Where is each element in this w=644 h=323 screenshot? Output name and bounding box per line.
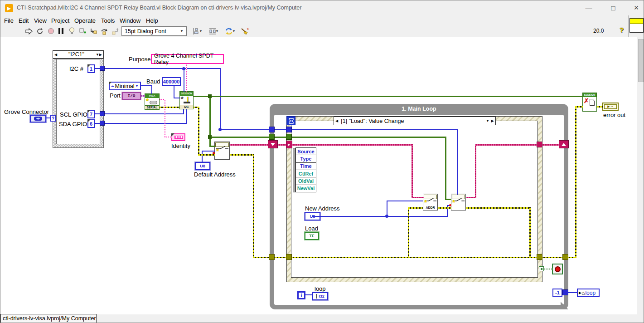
shift-register-right[interactable] [559, 140, 569, 148]
i2c-number-constant[interactable]: 1 [87, 64, 95, 73]
wire-error-up-right[interactable] [575, 106, 576, 258]
relay-open-subvi[interactable]: * [214, 142, 230, 160]
wire-sda[interactable] [95, 123, 187, 124]
wire-new-address[interactable] [312, 216, 448, 217]
identity-indicator[interactable] [171, 133, 185, 141]
menu-item-file[interactable]: File [4, 17, 14, 24]
event-data-node[interactable]: Source Type Time CtlRef OldVal NewVal [295, 148, 316, 192]
minimal-enum-constant[interactable]: ◂▸ Minimal ▼ [109, 82, 141, 90]
default-address-control[interactable]: U8 [195, 162, 210, 170]
event-prev-arrow[interactable]: ◀ [335, 119, 338, 123]
event-field-type[interactable]: Type [295, 155, 316, 162]
align-objects-button[interactable]: ▼ [191, 26, 204, 36]
baud-constant[interactable]: 400000 [162, 77, 181, 86]
enum-dropdown-icon[interactable]: ▼ [135, 84, 139, 88]
window-titlebar[interactable]: ▶ CTI-Scratchpad.lvlib:I2C 4 Channel SPD… [0, 0, 644, 15]
tunnel-event-left-class[interactable]: ▶ [286, 141, 292, 148]
wire-error-subvi[interactable] [438, 207, 451, 209]
purpose-string-constant[interactable]: Grove 4 Channel SPDT Relay [151, 54, 224, 64]
negative-one-constant[interactable]: -1 [552, 289, 562, 297]
wire-session-in-event[interactable] [445, 199, 451, 200]
tunnel-i2c-case[interactable] [100, 66, 105, 71]
relay-write-subvi[interactable]: * [451, 194, 466, 210]
menu-item-edit[interactable]: Edit [19, 17, 29, 24]
case-next-arrow[interactable]: ▶ [99, 53, 102, 57]
wire-baud[interactable] [174, 86, 174, 98]
shift-register-left[interactable] [268, 140, 278, 148]
tunnel-event-left-session[interactable] [286, 134, 292, 140]
retain-wire-values-button[interactable] [77, 26, 87, 36]
help-button[interactable]: ? [620, 26, 624, 34]
menu-item-tools[interactable]: Tools [101, 17, 115, 24]
pause-button[interactable] [56, 26, 66, 36]
loop-i32-indicator[interactable]: I32 [312, 292, 328, 300]
wire-error-down[interactable] [529, 207, 531, 258]
wire-error-subvi[interactable] [466, 207, 531, 209]
scl-gpio-constant[interactable]: 7 [87, 110, 95, 118]
run-continuous-button[interactable] [35, 26, 45, 36]
close-button[interactable]: × [627, 0, 644, 15]
wire-session-main[interactable] [194, 96, 583, 97]
wire-i2c-number[interactable] [95, 68, 221, 69]
wire-scl[interactable] [183, 109, 184, 114]
wire-default-address[interactable] [202, 151, 203, 163]
tunnel-unwired[interactable]: ? [50, 115, 56, 122]
tunnel-loop-left-error[interactable] [269, 254, 275, 260]
wire-new-address-write[interactable] [447, 205, 448, 217]
wire-error[interactable] [198, 107, 199, 156]
loop-local-variable[interactable]: ▶ ⌂ loop [577, 289, 600, 297]
wire-error-bottom[interactable] [253, 257, 576, 258]
wire-session-drop[interactable] [209, 96, 211, 138]
relay-set-address-subvi[interactable]: * ADDR [423, 194, 438, 210]
tunnel-loop-right-error[interactable] [562, 254, 568, 260]
wire-iteration[interactable] [305, 294, 313, 295]
menu-item-window[interactable]: Window [120, 17, 140, 24]
port-visa-constant[interactable]: I/O [122, 92, 141, 100]
event-field-oldval[interactable]: OldVal [295, 177, 316, 185]
wire-minimal[interactable] [151, 85, 152, 94]
menu-item-view[interactable]: View [34, 17, 47, 24]
wire-error-riser[interactable] [408, 207, 409, 258]
scrollbar-thumb[interactable] [638, 39, 644, 82]
vertical-scrollbar[interactable] [637, 37, 644, 314]
wire-relay-class-in-event[interactable] [412, 144, 413, 198]
session-open-i2c-subvi[interactable]: SESSION * I2C [179, 91, 194, 109]
case-selector[interactable]: ◀ "I2C1" ▼ ▶ [53, 50, 104, 59]
minimize-button[interactable]: — [579, 0, 598, 15]
wire-relay-class-in-event[interactable] [412, 197, 424, 198]
wire-relay-class-in-event[interactable] [292, 144, 413, 146]
wire-session-into-loop[interactable] [209, 137, 293, 138]
step-into-button[interactable] [88, 26, 98, 36]
vi-icon-thumbnail[interactable] [629, 18, 644, 33]
wire-new-address-addr[interactable] [387, 201, 423, 201]
wire-baud[interactable] [174, 98, 180, 98]
wire-relay-class[interactable] [230, 144, 269, 146]
event-dropdown-arrow[interactable]: ▼ [486, 119, 489, 123]
iteration-terminal[interactable]: i [297, 291, 305, 299]
wire-error[interactable] [198, 154, 215, 156]
tunnel-event-right-class[interactable] [537, 142, 542, 147]
highlight-execution-button[interactable] [67, 26, 77, 36]
event-next-arrow[interactable]: ▶ [491, 119, 494, 123]
wire-scl[interactable] [95, 113, 184, 114]
wire-default-address[interactable] [202, 151, 215, 152]
font-selector[interactable]: 15pt Dialog Font ▼ [121, 26, 187, 36]
tunnel-event-right-error[interactable] [537, 254, 542, 260]
wire-visa-resource[interactable] [141, 95, 145, 97]
event-field-source[interactable]: Source [295, 147, 316, 155]
event-field-newval[interactable]: NewVal [295, 185, 316, 192]
step-over-button[interactable] [99, 26, 109, 36]
tunnel-loop-right-numeric[interactable] [562, 289, 568, 295]
event-selector-label[interactable]: [1] "Load": Value Change [341, 118, 404, 124]
tunnel-sda-case[interactable] [100, 121, 105, 126]
wire-i2c-in-event[interactable] [293, 129, 458, 130]
stop-button-terminal[interactable] [552, 264, 563, 274]
visa-serial-subvi[interactable]: VISA * SERIAL [145, 93, 160, 110]
wire-session-in-event[interactable] [293, 137, 446, 138]
tunnel-event-left-error[interactable] [286, 254, 292, 260]
resize-objects-button[interactable]: ▼ [223, 26, 237, 36]
wire-purpose-string[interactable] [186, 64, 187, 92]
wire-session-to-open[interactable] [209, 146, 215, 147]
abort-button[interactable] [46, 26, 56, 36]
wire-identity-string[interactable] [165, 137, 172, 137]
